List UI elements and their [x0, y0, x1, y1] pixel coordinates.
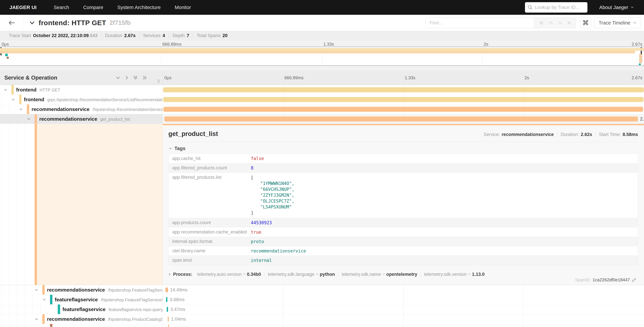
process-section-toggle[interactable]: Process: telemetry.auto.version = 0.34b0…: [168, 272, 638, 277]
expand-one-chevron-right-icon[interactable]: [125, 75, 128, 80]
timeline-minimap: 0μs 666.89ms 1.33s 2s 2.67s: [0, 40, 644, 70]
trace-lookup-input[interactable]: [535, 5, 585, 10]
service-accent: [58, 304, 60, 314]
process-kv: telemetry.auto.version = 0.34b0: [194, 272, 264, 277]
focus-target-icon[interactable]: [539, 20, 544, 25]
span-duration-label: 14.49ms: [170, 287, 188, 292]
search-icon: [528, 5, 533, 10]
chevron-down-icon[interactable]: [42, 298, 46, 301]
span-row-featureflag-get[interactable]: featureflagservice /hipstershop.FeatureF…: [0, 295, 644, 304]
minimap-span: [639, 60, 642, 61]
span-row-frontend-grpc[interactable]: frontend grpc.hipstershop.Recommendation…: [0, 95, 644, 104]
chevron-down-icon[interactable]: [4, 88, 8, 91]
span-row-featureflag-repo-query[interactable]: featureflagservice featureflagservice.re…: [0, 304, 644, 314]
minimap-span: [7, 57, 9, 59]
command-icon: ⌘: [582, 19, 589, 27]
nav-item-system-architecture[interactable]: System Architecture: [110, 5, 168, 10]
span-bar[interactable]: [165, 288, 168, 292]
service-accent: [42, 285, 45, 294]
timeline-grid-header: Service & Operation: [0, 70, 644, 85]
span-bar[interactable]: [168, 316, 169, 322]
tag-row-list: app.filtered_products.list [ "1YMWWN1N4O…: [168, 172, 638, 218]
back-button[interactable]: [0, 15, 24, 31]
service-accent: [34, 114, 37, 124]
tag-row: app.cache_hit false: [168, 154, 638, 163]
prev-result-chevron-up-icon[interactable]: [548, 21, 553, 24]
service-accent: [50, 324, 52, 327]
span-bar[interactable]: [163, 97, 644, 102]
clear-search-icon[interactable]: [567, 21, 571, 25]
process-kv: telemetry.sdk.name = opentelemetry: [338, 272, 420, 277]
minimap-ticks: 0μs 666.89ms 1.33s 2s 2.67s: [0, 40, 644, 47]
service-accent: [19, 95, 22, 104]
minimap-span: [0, 48, 644, 51]
span-duration-label: 2.62s: [640, 116, 644, 122]
minimap-canvas[interactable]: [0, 47, 644, 66]
nav-item-compare[interactable]: Compare: [76, 5, 110, 10]
span-bar[interactable]: [168, 325, 169, 327]
trace-lookup-box: [525, 2, 588, 12]
span-bar[interactable]: [167, 307, 168, 312]
span-detail-indent: [0, 124, 163, 285]
collapse-trace-chevron[interactable]: [29, 21, 35, 25]
trace-header: frontend: HTTP GET 2f715fb: [0, 15, 644, 31]
span-bar[interactable]: [163, 87, 644, 92]
app-brand[interactable]: JAEGER UI: [10, 4, 36, 10]
minimap-span: [639, 64, 641, 65]
service-accent: [12, 85, 14, 94]
trace-depth: Depth 7: [169, 33, 193, 38]
minimap-span: [639, 54, 642, 56]
span-bar[interactable]: [164, 116, 638, 122]
nav-item-search[interactable]: Search: [47, 5, 76, 10]
span-row-rec-productcatalog[interactable]: recommendationservice /hipstershop.Produ…: [0, 314, 644, 324]
chevron-down-icon[interactable]: [34, 318, 38, 320]
top-nav: JAEGER UI Search Compare System Architec…: [0, 0, 644, 15]
nav-item-monitor[interactable]: Monitor: [168, 5, 198, 10]
spanid-line: SpanID: 1ca2262df0e18447: [575, 277, 636, 282]
process-kv: telemetry.sdk.language = python: [264, 272, 338, 277]
span-duration-label: 1.04ms: [171, 316, 186, 322]
keyboard-shortcuts-button[interactable]: ⌘: [580, 18, 591, 28]
chevron-down-icon[interactable]: [12, 98, 15, 101]
timeline-ticks: 0μs 666.89ms 1.33s 2s 2.67s: [163, 70, 644, 85]
span-row-frontend-http-get[interactable]: frontend HTTP GET: [0, 85, 644, 95]
span-row-get-product-list[interactable]: recommendationservice get_product_list 2…: [0, 114, 644, 124]
next-result-chevron-down-icon[interactable]: [558, 21, 562, 24]
link-icon[interactable]: [632, 278, 636, 282]
section-title: Service & Operation: [4, 74, 57, 81]
chevron-down-icon[interactable]: [34, 288, 38, 291]
chevron-down-icon: [169, 148, 172, 150]
chevron-down-icon[interactable]: [19, 108, 23, 110]
span-row-recommendation-listrec[interactable]: recommendationservice /hipstershop.Recom…: [0, 104, 644, 114]
service-accent: [27, 104, 29, 114]
tag-row: app.recommendation.cache_enabled true: [168, 227, 638, 237]
span-row-partial[interactable]: [0, 324, 644, 327]
span-row-rec-featureflag[interactable]: recommendationservice /hipstershop.Featu…: [0, 285, 644, 295]
span-detail-panel: get_product_list Service: recommendation…: [163, 124, 644, 285]
tag-row: span.kind internal: [168, 256, 638, 265]
trace-total-spans: Total Spans 20: [193, 33, 231, 38]
expand-all-double-chevron-right-icon[interactable]: [142, 75, 148, 80]
service-accent: [50, 295, 52, 304]
chevron-down-icon: [633, 22, 636, 24]
minimap-span: [639, 56, 642, 58]
chevron-down-icon[interactable]: [27, 118, 30, 120]
tag-row: internal.span.format proto: [168, 237, 638, 246]
chevron-down-icon: [630, 6, 634, 8]
column-resize-handle[interactable]: [158, 80, 160, 83]
span-bar[interactable]: [166, 297, 168, 302]
find-input[interactable]: [426, 18, 534, 28]
arrow-left-icon: [8, 20, 15, 26]
collapse-all-double-chevron-down-icon[interactable]: [133, 75, 138, 80]
tag-row: otel.library.name recommendationservice: [168, 246, 638, 256]
collapse-one-chevron-down-icon[interactable]: [116, 76, 120, 80]
tag-row: app.filtered_products.count 8: [168, 163, 638, 172]
find-bar: [426, 18, 576, 28]
minimap-span: [5, 54, 8, 56]
span-duration-label: 3.68ms: [170, 297, 185, 302]
trace-services: Services 4: [139, 33, 169, 38]
span-bar[interactable]: [163, 107, 643, 112]
tags-section-toggle[interactable]: Tags: [169, 146, 638, 151]
about-jaeger-menu[interactable]: About Jaeger: [599, 5, 634, 10]
trace-view-selector[interactable]: Trace Timeline: [594, 18, 641, 28]
